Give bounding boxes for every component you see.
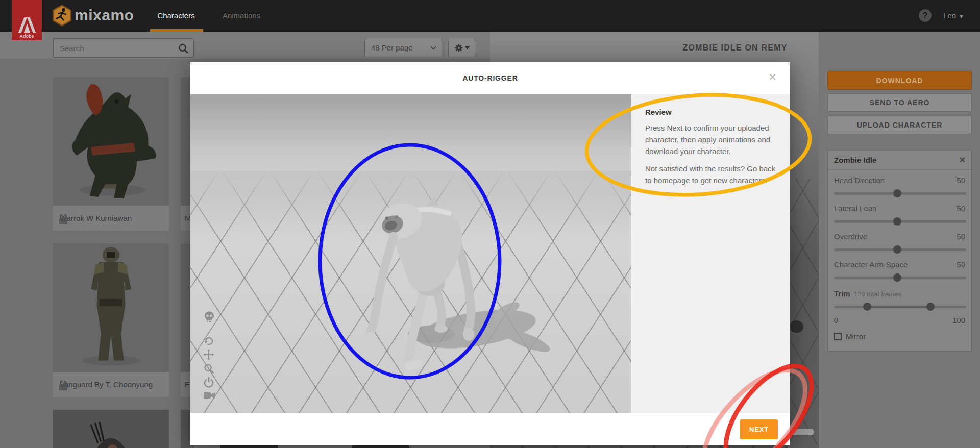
review-paragraph: Not satisfied with the results? Go back … [645,163,776,186]
adobe-a-icon [17,16,37,34]
animation-settings-panel: Zombie Idle ✕ Head Direction 50 Lateral … [827,151,972,352]
chevron-down-icon [430,46,436,50]
slider-label: Character Arm-Space [834,260,908,269]
search-field[interactable] [53,38,194,58]
arm-space-slider[interactable] [834,277,966,279]
timeline-scrubber-handle[interactable] [791,429,814,435]
modal-title: AUTO-RIGGER [190,62,790,94]
slider-thumb[interactable] [893,189,901,197]
upload-character-button[interactable]: UPLOAD CHARACTER [827,116,972,134]
camera-tool-button[interactable] [203,390,215,403]
grid-settings-button[interactable] [448,39,475,57]
character-card-archer-partial[interactable] [53,410,169,448]
user-menu[interactable]: Leo▼ [943,0,964,32]
trim-range-slider[interactable] [834,306,966,308]
slider-value: 50 [957,204,965,213]
slider-label: Lateral Lean [834,204,876,213]
adobe-label: Adobe [20,34,34,39]
user-name: Leo [943,11,956,20]
review-panel: Review Press Next to confirm your upload… [631,94,790,413]
per-page-select[interactable]: 48 Per page [364,39,442,57]
slider-value: 50 [957,232,965,241]
mirror-checkbox[interactable] [834,333,842,340]
gear-icon [454,43,463,53]
trim-min-label: 0 [834,316,838,325]
character-shadow [408,298,552,356]
character-thumbnail [53,243,169,372]
tab-animations[interactable]: Animations [213,0,270,32]
per-page-value: 48 Per page [371,43,413,52]
trim-frames-info: 128 total frames [854,290,901,298]
character-name: Vanguard By T. Choonyung [53,372,169,397]
overdrive-slider[interactable] [834,248,966,251]
brand-wordmark[interactable]: mixamo [75,0,134,32]
trim-end-thumb[interactable] [926,303,935,311]
help-button[interactable]: ? [919,9,932,22]
slider-thumb[interactable] [893,245,901,254]
character-card-warrok[interactable]: Warrok W Kurniawan [53,77,169,231]
multi-character-icon [58,380,68,393]
lateral-lean-slider[interactable] [834,220,966,223]
pan-move-icon [203,349,214,360]
slider-value: 50 [957,260,965,269]
mirror-option[interactable]: Mirror [834,332,866,341]
top-nav: mixamo Characters Animations ? Leo▼ [0,0,980,32]
character-name: Warrok W Kurniawan [53,206,169,231]
send-to-aero-button[interactable]: SEND TO AERO [827,93,972,112]
character-thumbnail [53,410,169,448]
adobe-logo[interactable]: Adobe [12,0,42,40]
rigged-character-scene [190,94,631,413]
skull-icon [203,311,215,323]
zoom-tool-button[interactable] [203,363,214,376]
next-button[interactable]: NEXT [740,419,778,439]
mirror-label: Mirror [846,332,866,341]
trim-label: Trim128 total frames [834,289,901,298]
slider-label: Head Direction [834,176,885,185]
orbit-rotate-icon [203,335,214,346]
pan-tool-button[interactable] [203,349,214,362]
orbit-tool-button[interactable] [203,335,214,349]
trim-start-thumb[interactable] [863,303,871,311]
slider-value: 50 [957,176,965,185]
search-input[interactable] [54,39,193,57]
mixamo-logo-icon[interactable] [52,5,72,29]
caret-down-icon: ▼ [959,13,964,19]
dimmed-character-fragment [790,320,803,333]
character-thumbnail [53,77,169,206]
mixamo-app: 48 Per page ZOMBIE IDLE ON REMY [0,0,980,448]
close-icon[interactable]: ✕ [959,155,966,165]
download-button[interactable]: DOWNLOAD [827,71,972,90]
trim-range-fill [867,306,930,308]
review-heading: Review [645,108,776,116]
video-camera-icon [203,390,215,401]
chevron-down-icon [465,46,470,49]
slider-label: Overdrive [834,232,867,241]
animation-title: Zombie Idle [834,156,876,164]
head-direction-slider[interactable] [834,192,966,195]
slider-thumb[interactable] [893,217,901,226]
character-card-vanguard[interactable]: Vanguard By T. Choonyung [53,243,169,397]
close-icon[interactable]: ✕ [768,72,777,82]
animation-panel-header: Zombie Idle ✕ [828,151,971,170]
modal-footer: NEXT [190,413,790,445]
multi-character-icon [58,213,68,227]
skeleton-toggle-button[interactable] [203,311,215,325]
power-icon [203,377,214,388]
rig-preview-viewport[interactable] [190,94,631,413]
review-paragraph: Press Next to confirm your uploaded char… [645,122,776,157]
page-title: ZOMBIE IDLE ON REMY [653,43,817,53]
trim-max-label: 100 [952,316,965,325]
tab-characters[interactable]: Characters [143,0,209,32]
auto-rigger-modal: AUTO-RIGGER ✕ [190,62,790,445]
search-icon [178,43,189,54]
magnifier-icon [203,363,214,374]
active-tab-underline [150,29,203,32]
modal-header: AUTO-RIGGER ✕ [190,62,790,94]
reset-view-button[interactable] [203,377,214,390]
slider-thumb[interactable] [893,273,901,282]
